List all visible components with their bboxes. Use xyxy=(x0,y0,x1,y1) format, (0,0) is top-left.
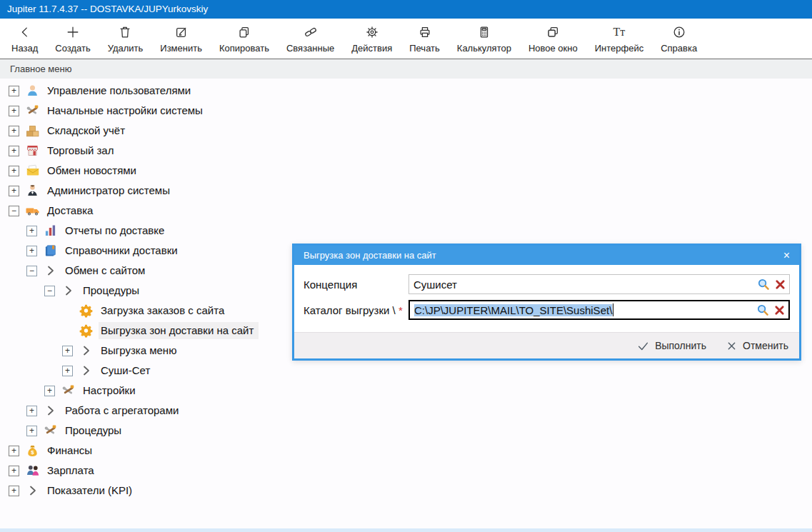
tree-item-label[interactable]: Финансы xyxy=(45,442,97,459)
katalog-input[interactable]: C:\JP\JUPITER\MAIL\TO_SITE\SushiSet\ xyxy=(408,300,790,320)
tree-item-label[interactable]: Показатели (KPI) xyxy=(45,482,137,499)
tree-row[interactable]: +Администратор системы xyxy=(0,181,812,201)
tree-item-label[interactable]: Доставка xyxy=(45,202,98,219)
tree-row[interactable]: +Работа с агрегаторами xyxy=(0,401,812,421)
expand-plus-icon[interactable]: + xyxy=(9,166,19,176)
toolbar-button-interface[interactable]: TтИнтерфейс xyxy=(586,22,652,56)
tree-item-label[interactable]: Отчеты по доставке xyxy=(63,222,169,239)
expand-plus-icon[interactable]: + xyxy=(9,126,19,136)
tree-row[interactable]: −Доставка xyxy=(0,201,812,221)
tree-item-label[interactable]: Процедуры xyxy=(81,282,144,299)
toolbar: НазадСоздатьУдалитьИзменитьКопироватьСвя… xyxy=(0,19,812,59)
tree-row[interactable]: +Начальные настройки системы xyxy=(0,101,812,121)
tree-item-label[interactable]: Складской учёт xyxy=(45,122,130,139)
tree-row[interactable]: +$Финансы xyxy=(0,441,812,461)
expand-plus-icon[interactable]: + xyxy=(9,466,19,476)
toolbar-button-create[interactable]: Создать xyxy=(46,22,99,56)
expand-plus-icon[interactable]: + xyxy=(44,386,55,396)
tree-row[interactable]: +Обмен новостями xyxy=(0,161,812,181)
toolbar-button-label: Справка xyxy=(661,43,697,54)
text-caret xyxy=(613,303,613,316)
tree-item-label[interactable]: Обмен с сайтом xyxy=(63,262,150,279)
info-icon xyxy=(672,24,686,41)
link-icon xyxy=(303,24,319,41)
boxes-icon xyxy=(24,124,41,138)
toolbar-button-edit[interactable]: Изменить xyxy=(151,22,211,56)
tree-item-label[interactable]: Справочники доставки xyxy=(63,242,183,259)
expand-plus-icon[interactable]: + xyxy=(26,426,37,436)
tree-item-label[interactable]: Процедуры xyxy=(63,422,126,439)
toolbar-button-copy[interactable]: Копировать xyxy=(211,22,278,56)
input-value: C:\JP\JUPITER\MAIL\TO_SITE\SushiSet\ xyxy=(414,303,752,316)
toolbar-button-help[interactable]: Справка xyxy=(652,22,706,56)
clear-icon[interactable] xyxy=(774,305,785,316)
tree-row[interactable]: +Показатели (KPI) xyxy=(0,481,812,501)
tree-item-label[interactable]: Выгрузка меню xyxy=(99,342,181,359)
tree-item-label[interactable]: Зарплата xyxy=(45,462,99,479)
tree-item-label[interactable]: Работа с агрегаторами xyxy=(63,402,184,419)
expand-plus-icon[interactable]: + xyxy=(26,246,37,256)
search-icon[interactable] xyxy=(756,303,770,317)
expand-plus-icon[interactable]: + xyxy=(62,366,73,376)
close-icon[interactable]: × xyxy=(783,250,790,261)
toolbar-button-back[interactable]: Назад xyxy=(3,22,46,56)
toolbar-button-delete[interactable]: Удалить xyxy=(99,22,152,56)
tree-item-label[interactable]: Администратор системы xyxy=(45,182,175,199)
tree-row[interactable]: +Настройки xyxy=(0,381,812,401)
expand-plus-icon[interactable]: + xyxy=(9,146,19,156)
tree-item-label[interactable]: Управление пользователями xyxy=(45,82,196,99)
tree-row[interactable]: +Суши-Сет xyxy=(0,361,812,381)
collapse-minus-icon[interactable]: − xyxy=(26,266,37,276)
clear-icon[interactable] xyxy=(775,279,786,290)
tree-item-label[interactable]: Выгрузка зон доставки на сайт xyxy=(99,322,259,339)
koncepciya-input[interactable]: Сушисет xyxy=(408,274,790,294)
tools-icon xyxy=(60,383,76,398)
cancel-button[interactable]: Отменить xyxy=(726,340,788,351)
toolbar-button-new-window[interactable]: Новое окно xyxy=(520,22,586,56)
expand-plus-icon[interactable]: + xyxy=(9,86,19,96)
tree-item-label[interactable]: Настройки xyxy=(81,382,141,399)
gear-icon xyxy=(78,323,94,338)
expand-plus-icon[interactable]: + xyxy=(62,346,73,356)
window-title: Jupiter 11.7.4.37 -- DOSTAVKA/JUPYurkovs… xyxy=(7,4,208,14)
books-icon xyxy=(42,244,59,258)
toolbar-button-related[interactable]: Связанные xyxy=(278,22,343,56)
toolbar-button-label: Связанные xyxy=(286,43,334,54)
dialog-header[interactable]: Выгрузка зон доставки на сайт × xyxy=(294,246,799,265)
expand-plus-icon[interactable]: + xyxy=(9,106,19,116)
tree-item-label[interactable]: Начальные настройки системы xyxy=(45,102,208,119)
execute-button[interactable]: Выполнить xyxy=(637,340,706,351)
chevron-icon xyxy=(60,283,76,298)
tree-row[interactable]: +Процедуры xyxy=(0,421,812,441)
tree-row[interactable]: +Управление пользователями xyxy=(0,81,812,101)
required-mark: * xyxy=(399,304,403,316)
toolbar-button-label: Печать xyxy=(409,43,440,54)
tree-row[interactable]: +Отчеты по доставке xyxy=(0,221,812,241)
expand-plus-icon[interactable]: + xyxy=(9,446,19,456)
tree-row[interactable]: +Торговый зал xyxy=(0,141,812,161)
toolbar-button-actions[interactable]: Действия xyxy=(343,22,401,56)
tree-item-label[interactable]: Торговый зал xyxy=(45,142,119,159)
expand-plus-icon[interactable]: + xyxy=(9,486,19,496)
collapse-minus-icon[interactable]: − xyxy=(9,206,19,216)
gear-outline-icon xyxy=(365,24,379,41)
tree-item-label[interactable]: Обмен новостями xyxy=(45,162,141,179)
toolbar-button-label: Копировать xyxy=(219,43,269,54)
chart-icon xyxy=(42,224,59,238)
tree-row[interactable]: +Складской учёт xyxy=(0,121,812,141)
toolbar-button-label: Удалить xyxy=(108,43,144,54)
dialog-field-koncepciya: КонцепцияСушисет xyxy=(304,274,790,294)
search-icon[interactable] xyxy=(757,278,771,291)
expand-plus-icon[interactable]: + xyxy=(26,406,37,416)
expand-plus-icon[interactable]: + xyxy=(9,186,19,196)
tree-item-label[interactable]: Загрузка заказов с сайта xyxy=(99,302,229,319)
cross-icon xyxy=(726,341,737,351)
collapse-minus-icon[interactable]: − xyxy=(44,286,55,296)
toolbar-button-label: Калькулятор xyxy=(457,43,511,54)
expand-plus-icon[interactable]: + xyxy=(26,226,37,236)
toolbar-button-print[interactable]: Печать xyxy=(401,22,448,56)
tree-item-label[interactable]: Суши-Сет xyxy=(99,362,155,379)
chevron-icon xyxy=(42,403,59,418)
tree-row[interactable]: +Зарплата xyxy=(0,461,812,481)
toolbar-button-calculator[interactable]: Калькулятор xyxy=(448,22,520,56)
